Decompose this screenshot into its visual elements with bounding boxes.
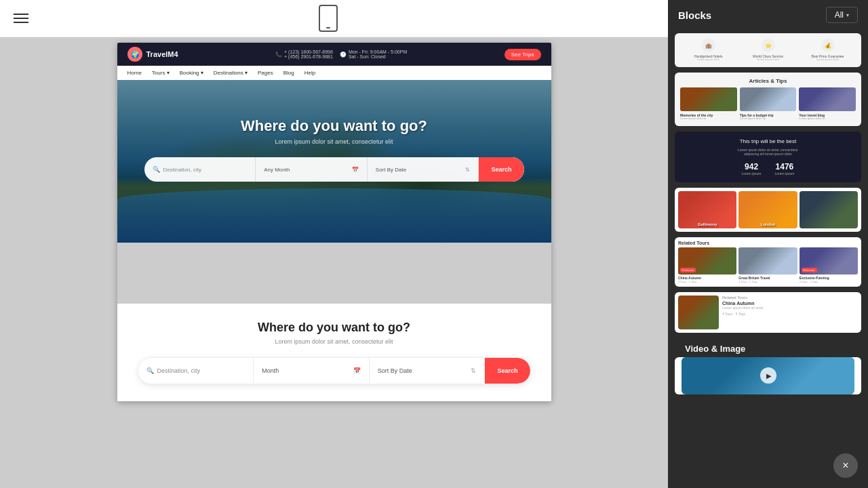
features-block-card[interactable]: 🏨 Handpicked Hotels Lorem ipsum dolor ⭐ … (675, 33, 861, 67)
single-tour-block: Related Tours China Autumn Lorem ipsum d… (675, 292, 861, 333)
article-desc-2: Lorem ipsum dolor sit (740, 117, 797, 121)
destination-2: London (738, 191, 797, 228)
sort-icon: ⇅ (465, 167, 470, 173)
video-block-card[interactable]: ▶ (675, 357, 861, 394)
destination-icon: 🔍 (153, 166, 160, 173)
month-placeholder: Any Month (264, 167, 290, 173)
articles-grid: Memories of the city Lorem ipsum dolor s… (680, 87, 856, 121)
price-icon: 💰 (821, 39, 835, 52)
gray-spacer (117, 243, 551, 304)
article-img-1 (680, 87, 737, 111)
hero-content: Where do you want to go? Lorem ipsum dol… (117, 80, 551, 182)
device-preview (319, 5, 338, 32)
phone-contact: 📞 + (123) 1800-567-8998 + (456) 2901-678… (275, 49, 333, 59)
destinations-block-card[interactable]: Gallimony London (675, 188, 861, 232)
sort-field[interactable]: Sort By Date ⇅ (368, 157, 479, 182)
hamburger-menu[interactable] (14, 14, 28, 23)
destinations-block: Gallimony London (675, 188, 861, 232)
nav-pages[interactable]: Pages (258, 70, 273, 76)
mobile-device-icon[interactable] (319, 5, 338, 32)
hero-subtitle: Lorem ipsum dolor sit amet, consectetur … (275, 138, 393, 145)
close-icon: × (842, 460, 848, 472)
articles-thumb: Articles & Tips Memories of the city Lor… (675, 73, 861, 126)
single-tour-header: Related Tours (722, 296, 858, 300)
tour-img-1: Exclusive (678, 247, 736, 274)
article-img-2 (740, 87, 797, 111)
right-panel-header: Blocks All ▾ (668, 0, 868, 30)
close-button[interactable]: × (833, 453, 858, 478)
destination-field[interactable]: 🔍 Destination, city (144, 157, 256, 182)
clock-icon: 🕐 (340, 52, 347, 58)
blocks-list[interactable]: 🏨 Handpicked Hotels Lorem ipsum dolor ⭐ … (668, 30, 868, 488)
month-field-2[interactable]: Month 📅 (254, 358, 370, 384)
hero-title: Where do you want to go? (241, 117, 427, 135)
single-tour-meta: 4 Days · 5 Tags (722, 312, 858, 316)
month-field[interactable]: Any Month 📅 (256, 157, 368, 182)
second-search-bar: 🔍 Destination, city Month 📅 Sort By Date… (138, 357, 531, 384)
features-thumb: 🏨 Handpicked Hotels Lorem ipsum dolor ⭐ … (675, 33, 861, 67)
sort-placeholder: Sort By Date (376, 167, 406, 173)
single-tour-img (678, 296, 719, 329)
logo-text: TravelM4 (146, 50, 178, 58)
site-logo: TravelM4 (127, 47, 178, 62)
tour-info-1: 4 Days · 5 Tags (678, 280, 736, 283)
tour-1: Exclusive China Autumn 4 Days · 5 Tags (678, 247, 736, 283)
stats-block-card[interactable]: This trip will be the best Lorem ipsum d… (675, 131, 861, 182)
chevron-down-icon: ▾ (846, 12, 849, 18)
article-desc-3: Lorem ipsum dolor sit (799, 117, 856, 121)
tour-3: Exclusive Exclusive Painting 4 Days · 5 … (800, 247, 858, 283)
single-tour-desc: Lorem ipsum dolor sit amet (722, 306, 858, 310)
destination-label-2: London (758, 220, 777, 228)
phone2: + (456) 2901-678-9881 (284, 54, 333, 59)
destination-1: Gallimony (678, 191, 736, 228)
tour-2: Great Britain Travel 4 Days · 5 Tags (738, 247, 797, 283)
video-play-button[interactable]: ▶ (760, 367, 776, 384)
all-filter-button[interactable]: All ▾ (826, 7, 858, 23)
nav-tours[interactable]: Tours ▾ (152, 70, 170, 76)
stat-number-1: 942 (742, 162, 762, 171)
tour-badge-3: Exclusive (802, 268, 817, 272)
articles-block-card[interactable]: Articles & Tips Memories of the city Lor… (675, 73, 861, 126)
destination-placeholder: Destination, city (163, 167, 201, 173)
destination-icon-2: 🔍 (146, 367, 154, 374)
nav-help[interactable]: Help (304, 70, 315, 76)
left-panel: TravelM4 📞 + (123) 1800-567-8998 + (456)… (0, 0, 668, 488)
preview-area[interactable]: TravelM4 📞 + (123) 1800-567-8998 + (456)… (0, 37, 668, 488)
right-panel: Blocks All ▾ 🏨 Handpicked Hotels Lorem i… (668, 0, 868, 488)
feature-service: ⭐ World Class Service Lorem ipsum dolor (740, 39, 796, 62)
sort-field-2[interactable]: Sort By Date ⇅ (370, 358, 486, 384)
calendar-icon-2: 📅 (353, 367, 361, 374)
article-2: Tips for a budget trip Lorem ipsum dolor… (740, 87, 797, 121)
video-thumbnail: ▶ (682, 357, 854, 394)
stats-block: This trip will be the best Lorem ipsum d… (675, 131, 861, 182)
nav-home[interactable]: Home (127, 70, 142, 76)
video-image-section-label: Video & Image (675, 338, 861, 357)
single-tour-name: China Autumn (722, 301, 858, 306)
contact-info: 📞 + (123) 1800-567-8998 + (456) 2901-678… (275, 49, 407, 59)
related-tours-block-card[interactable]: Related Tours Exclusive China Autumn 4 D… (675, 237, 861, 287)
features-block: 🏨 Handpicked Hotels Lorem ipsum dolor ⭐ … (680, 39, 856, 62)
second-section-subtitle: Lorem ipsum dolor sit amet, consectetur … (138, 338, 531, 345)
destination-label-1: Gallimony (696, 220, 719, 228)
destination-label-3 (827, 224, 831, 228)
see-trips-button[interactable]: See Trips (505, 49, 541, 60)
nav-blog[interactable]: Blog (283, 70, 294, 76)
tour-img-3: Exclusive (800, 247, 858, 274)
website-preview: TravelM4 📞 + (123) 1800-567-8998 + (456)… (117, 43, 551, 401)
related-tours-title: Related Tours (675, 237, 861, 247)
video-image-label: Video & Image (685, 344, 745, 354)
hotels-desc: Lorem ipsum dolor (680, 58, 736, 62)
nav-booking[interactable]: Booking ▾ (180, 70, 203, 76)
play-icon: ▶ (766, 372, 772, 380)
second-search-button[interactable]: Search (485, 358, 530, 384)
hours-contact: 🕐 Mon - Fri: 9:00AM - 5:00PM Sat - Sun: … (340, 49, 407, 59)
hero-search-bar: 🔍 Destination, city Any Month 📅 Sort By … (144, 157, 524, 182)
service-icon: ⭐ (762, 39, 775, 52)
single-tour-block-card[interactable]: Related Tours China Autumn Lorem ipsum d… (675, 292, 861, 333)
tour-img-2 (738, 247, 797, 274)
nav-destinations[interactable]: Destinations ▾ (214, 70, 248, 76)
destination-field-2[interactable]: 🔍 Destination, city (138, 358, 254, 384)
phone-icon: 📞 (275, 52, 282, 58)
tour-info-2: 4 Days · 5 Tags (738, 280, 797, 283)
hero-search-button[interactable]: Search (479, 157, 524, 182)
